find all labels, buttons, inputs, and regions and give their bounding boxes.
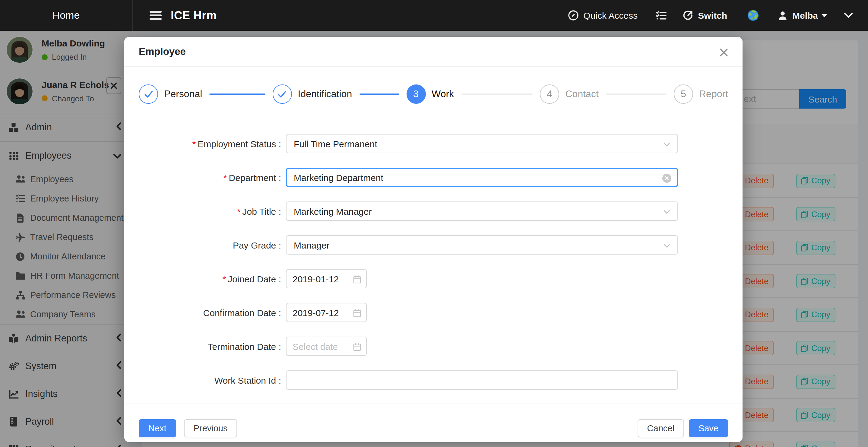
step-number: 3	[406, 85, 426, 104]
wizard-steps: Personal Identification 3 Work 4 Contact	[139, 85, 728, 104]
required-marker: *	[237, 206, 241, 216]
step-identification[interactable]: Identification	[273, 85, 407, 104]
step-work[interactable]: 3 Work	[406, 85, 540, 104]
job-title-select[interactable]: Marketing Manager	[286, 202, 678, 221]
nav-home[interactable]: Home	[0, 0, 133, 31]
previous-button[interactable]: Previous	[184, 419, 237, 437]
form-row-employment-status: *Employment Status : Full Time Permanent	[139, 134, 728, 153]
employment-status-select[interactable]: Full Time Permanent	[286, 134, 678, 153]
switch-button[interactable]: Switch	[683, 10, 727, 21]
check-icon	[278, 90, 287, 98]
confirmation-date-picker[interactable]: 2019-07-12	[286, 303, 367, 322]
field-label: *Department :	[139, 172, 281, 182]
step-contact[interactable]: 4 Contact	[540, 85, 674, 104]
language-button[interactable]	[748, 10, 759, 21]
caret-down-icon	[822, 13, 827, 17]
termination-date-picker[interactable]: Select date	[286, 337, 367, 356]
modal-header: Employee	[124, 37, 743, 67]
app-brand: ICE Hrm	[171, 9, 217, 22]
form-row-termination-date: Termination Date : Select date	[139, 337, 728, 356]
department-select[interactable]: Marketing Department ✕	[286, 168, 678, 187]
compass-icon	[568, 10, 579, 21]
form-row-job-title: *Job Title : Marketing Manager	[139, 202, 728, 221]
step-number: 4	[540, 85, 559, 104]
field-label: *Joined Date :	[139, 274, 281, 284]
checklist-icon	[656, 10, 666, 20]
required-marker: *	[223, 172, 227, 182]
chevron-down-icon	[663, 142, 670, 147]
close-icon	[720, 48, 728, 57]
placeholder-text: Select date	[292, 341, 338, 351]
field-label: *Job Title :	[139, 206, 281, 216]
quick-access-button[interactable]: Quick Access	[568, 10, 638, 21]
form-row-department: *Department : Marketing Department ✕	[139, 168, 728, 187]
step-number: 5	[674, 85, 693, 104]
user-icon	[778, 10, 787, 20]
step-personal[interactable]: Personal	[139, 85, 273, 104]
chevron-down-icon	[663, 210, 670, 214]
modal-title: Employee	[139, 46, 186, 57]
collapse-navbar-button[interactable]	[844, 13, 853, 18]
work-form: *Employment Status : Full Time Permanent…	[139, 134, 728, 390]
form-row-joined-date: *Joined Date : 2019-01-12	[139, 269, 728, 288]
next-button[interactable]: Next	[139, 419, 176, 437]
chevron-down-icon	[844, 13, 853, 18]
top-navbar: Home ICE Hrm Quick Access	[0, 0, 868, 31]
step-report[interactable]: 5 Report	[674, 85, 728, 104]
form-row-work-station-id: Work Station Id :	[139, 370, 728, 390]
field-label: Pay Grade :	[139, 240, 281, 250]
user-menu[interactable]: Melba	[778, 10, 827, 21]
modal-close-button[interactable]	[715, 43, 733, 62]
work-station-id-input[interactable]	[286, 370, 678, 390]
menu-icon[interactable]	[150, 11, 162, 20]
calendar-icon	[353, 342, 361, 351]
calendar-icon	[353, 309, 361, 317]
switch-icon	[683, 10, 693, 21]
field-label: Termination Date :	[139, 341, 281, 351]
employee-modal: Employee Personal Identification	[124, 37, 743, 442]
chevron-down-icon	[663, 244, 670, 248]
check-icon	[144, 90, 153, 98]
clear-icon[interactable]: ✕	[662, 174, 671, 183]
form-row-confirmation-date: Confirmation Date : 2019-07-12	[139, 303, 728, 322]
field-label: Confirmation Date :	[139, 307, 281, 318]
save-button[interactable]: Save	[689, 419, 728, 437]
field-label: *Employment Status :	[139, 139, 281, 149]
field-label: Work Station Id :	[139, 375, 281, 385]
pay-grade-select[interactable]: Manager	[286, 235, 678, 255]
required-marker: *	[223, 274, 226, 284]
form-row-pay-grade: Pay Grade : Manager	[139, 235, 728, 255]
required-marker: *	[192, 139, 196, 149]
modal-footer: Next Previous Cancel Save	[124, 404, 743, 442]
cancel-button[interactable]: Cancel	[638, 419, 684, 437]
joined-date-picker[interactable]: 2019-01-12	[286, 269, 367, 288]
app-viewport: Melba Dowling Logged In Juana R Echols	[0, 0, 868, 447]
globe-icon	[748, 10, 759, 21]
calendar-icon	[353, 275, 361, 284]
tasks-button[interactable]	[656, 10, 666, 20]
